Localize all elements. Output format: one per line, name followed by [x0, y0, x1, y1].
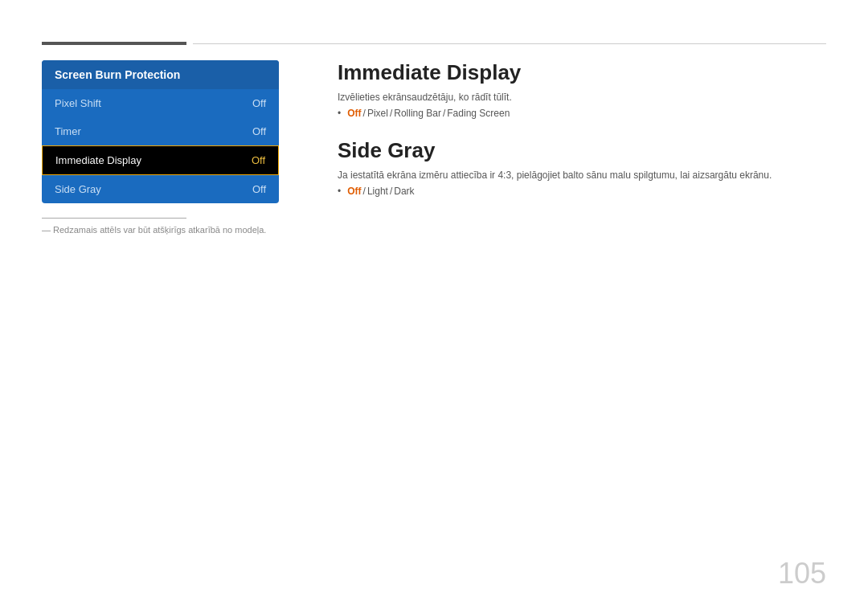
menu-item-value: Off [252, 183, 266, 195]
sep4: / [363, 186, 366, 197]
footnote-line [42, 218, 186, 219]
section2-options: • Off / Light / Dark [338, 186, 826, 197]
menu-item-timer[interactable]: Timer Off [42, 117, 279, 145]
menu-item-label: Side Gray [55, 183, 101, 195]
menu-item-value: Off [252, 154, 265, 166]
menu-item-label: Timer [55, 125, 81, 137]
opt-off-1: Off [347, 108, 361, 119]
right-panel: Immediate Display Izvēlieties ekrānsaudz… [338, 60, 826, 216]
section2-desc: Ja iestatītā ekrāna izmēru attiecība ir … [338, 170, 826, 181]
menu-item-pixel-shift[interactable]: Pixel Shift Off [42, 89, 279, 117]
section2-title: Side Gray [338, 138, 826, 163]
menu-item-immediate-display[interactable]: Immediate Display Off [42, 145, 279, 175]
opt-rolling-bar: Rolling Bar [394, 108, 441, 119]
section1-options: • Off / Pixel / Rolling Bar / Fading Scr… [338, 108, 826, 119]
bullet2: • [338, 186, 341, 197]
opt-fading-screen: Fading Screen [447, 108, 510, 119]
menu-item-value: Off [252, 97, 266, 109]
menu-box: Screen Burn Protection Pixel Shift Off T… [42, 60, 279, 203]
menu-item-label: Pixel Shift [55, 97, 101, 109]
opt-light: Light [367, 186, 388, 197]
opt-pixel: Pixel [367, 108, 388, 119]
section1-title: Immediate Display [338, 60, 826, 85]
footnote-text: ― Redzamais attēls var būt atšķirīgs atk… [42, 225, 279, 235]
bullet1: • [338, 108, 341, 119]
opt-off-2: Off [347, 186, 361, 197]
top-lines [42, 42, 826, 45]
sep5: / [390, 186, 392, 197]
menu-item-side-gray[interactable]: Side Gray Off [42, 175, 279, 203]
sep1: / [363, 108, 366, 119]
sep2: / [390, 108, 392, 119]
top-line-light [193, 43, 826, 44]
sep3: / [443, 108, 445, 119]
section1-desc: Izvēlieties ekrānsaudzētāju, ko rādīt tū… [338, 92, 826, 103]
left-panel: Screen Burn Protection Pixel Shift Off T… [42, 60, 279, 235]
menu-item-value: Off [252, 125, 266, 137]
menu-title: Screen Burn Protection [55, 68, 180, 81]
menu-header: Screen Burn Protection [42, 60, 279, 89]
page-number: 105 [778, 557, 826, 591]
menu-item-label: Immediate Display [55, 154, 141, 166]
top-line-dark [42, 42, 186, 45]
opt-dark: Dark [394, 186, 414, 197]
